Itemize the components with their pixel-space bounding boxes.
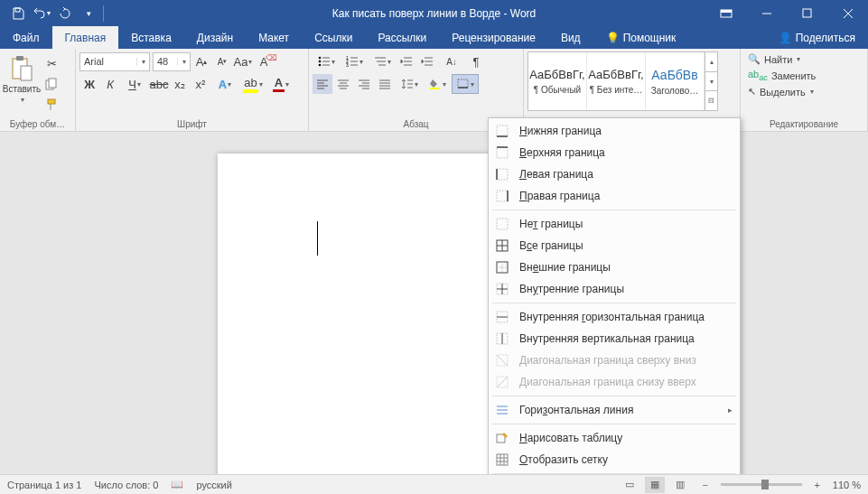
status-language[interactable]: русский bbox=[196, 480, 231, 490]
style-heading1[interactable]: АаБбВвЗаголово… bbox=[646, 52, 705, 110]
menu-border-left[interactable]: Левая граница bbox=[489, 163, 740, 185]
superscript-button[interactable]: x² bbox=[191, 74, 210, 94]
tab-view[interactable]: Вид bbox=[548, 26, 593, 49]
menu-horizontal-line[interactable]: Горизонтальная линия▸ bbox=[489, 399, 740, 421]
menu-border-right[interactable]: Правая граница bbox=[489, 185, 740, 207]
status-proofing-icon[interactable]: 📖 bbox=[171, 479, 183, 490]
share-button[interactable]: 👤Поделиться bbox=[766, 26, 868, 49]
replace-button[interactable]: abacЗаменить bbox=[744, 67, 819, 84]
numbering-button[interactable]: 123▾ bbox=[341, 51, 368, 71]
menu-border-inside-v[interactable]: Внутренняя вертикальная граница bbox=[489, 328, 740, 350]
menu-border-all[interactable]: Все границы bbox=[489, 235, 740, 256]
align-left-button[interactable] bbox=[313, 74, 332, 94]
italic-button[interactable]: К bbox=[100, 74, 120, 94]
tab-mailings[interactable]: Рассылки bbox=[365, 26, 439, 49]
ribbon-tabs: Файл Главная Вставка Дизайн Макет Ссылки… bbox=[0, 26, 868, 49]
zoom-value[interactable]: 110 % bbox=[833, 480, 861, 490]
cut-button[interactable]: ✂ bbox=[42, 53, 61, 73]
tab-layout[interactable]: Макет bbox=[246, 26, 302, 49]
style-normal[interactable]: АаБбВвГг,¶ Обычный bbox=[528, 52, 587, 110]
zoom-out-button[interactable]: − bbox=[695, 477, 715, 493]
find-button[interactable]: 🔍Найти▾ bbox=[744, 51, 804, 67]
tab-insert[interactable]: Вставка bbox=[118, 26, 184, 49]
status-page[interactable]: Страница 1 из 1 bbox=[7, 480, 81, 490]
shading-button[interactable]: ▾ bbox=[424, 74, 451, 94]
gallery-scroll: ▴ ▾ ⊟ bbox=[705, 52, 717, 110]
gallery-more[interactable]: ⊟ bbox=[705, 91, 717, 110]
tab-assistant[interactable]: 💡Помощник bbox=[593, 26, 689, 49]
borders-button[interactable]: ▾ bbox=[452, 74, 479, 94]
zoom-in-button[interactable]: + bbox=[807, 477, 827, 493]
border-inside-h-icon bbox=[494, 309, 510, 325]
change-case-button[interactable]: Aa▾ bbox=[233, 51, 253, 71]
grow-font-button[interactable]: A▴ bbox=[191, 51, 211, 71]
tab-home[interactable]: Главная bbox=[52, 26, 119, 49]
shrink-font-button[interactable]: A▾ bbox=[212, 51, 232, 71]
tab-file[interactable]: Файл bbox=[0, 26, 52, 49]
show-marks-button[interactable]: ¶ bbox=[466, 51, 486, 71]
menu-draw-table[interactable]: Нарисовать таблицу bbox=[489, 427, 740, 449]
ribbon-options-button[interactable] bbox=[705, 0, 746, 26]
view-read-button[interactable]: ▭ bbox=[620, 477, 639, 493]
menu-border-inside-h[interactable]: Внутренняя горизонтальная граница bbox=[489, 306, 740, 328]
increase-indent-button[interactable] bbox=[417, 51, 437, 71]
highlight-button[interactable]: ab▾ bbox=[239, 74, 266, 94]
menu-border-inside[interactable]: Внутренние границы bbox=[489, 278, 740, 300]
sort-button[interactable]: A↓ bbox=[438, 51, 465, 71]
undo-button[interactable]: ▾ bbox=[31, 3, 52, 24]
status-word-count[interactable]: Число слов: 0 bbox=[94, 480, 158, 490]
menu-border-top[interactable]: Верхняя граница bbox=[489, 142, 740, 163]
paste-button[interactable]: Вставить ▾ bbox=[4, 51, 40, 104]
justify-button[interactable] bbox=[375, 74, 395, 94]
maximize-button[interactable] bbox=[787, 0, 827, 26]
align-right-button[interactable] bbox=[354, 74, 374, 94]
menu-border-none[interactable]: Нет границы bbox=[489, 213, 740, 235]
pointer-icon: ↖ bbox=[748, 86, 756, 98]
copy-button[interactable] bbox=[42, 74, 61, 94]
style-nospacing[interactable]: АаБбВвГг,¶ Без инте… bbox=[587, 52, 646, 110]
bold-button[interactable]: Ж bbox=[79, 74, 99, 94]
gallery-down[interactable]: ▾ bbox=[705, 72, 717, 92]
strikethrough-button[interactable]: abc bbox=[149, 74, 169, 94]
minimize-button[interactable] bbox=[746, 0, 787, 26]
align-center-button[interactable] bbox=[333, 74, 353, 94]
menu-border-bottom[interactable]: Нижняя граница bbox=[489, 120, 740, 142]
qat-customize-button[interactable]: ▾ bbox=[78, 3, 99, 24]
clear-formatting-button[interactable]: A⌫ bbox=[254, 51, 274, 71]
tab-design[interactable]: Дизайн bbox=[184, 26, 246, 49]
view-print-button[interactable]: ▦ bbox=[645, 477, 665, 493]
zoom-thumb[interactable] bbox=[761, 480, 769, 489]
group-clipboard: Вставить ▾ ✂ Буфер обм… bbox=[0, 49, 76, 131]
svg-rect-6 bbox=[21, 66, 32, 80]
tab-review[interactable]: Рецензирование bbox=[439, 26, 548, 49]
search-icon: 🔍 bbox=[748, 53, 761, 65]
borders-dropdown-menu: Нижняя граница Верхняя граница Левая гра… bbox=[488, 117, 741, 494]
format-painter-button[interactable] bbox=[42, 95, 61, 115]
svg-rect-9 bbox=[48, 99, 55, 104]
subscript-button[interactable]: x₂ bbox=[170, 74, 190, 94]
bullets-button[interactable]: ▾ bbox=[313, 51, 340, 71]
multilevel-list-button[interactable]: ▾ bbox=[369, 51, 396, 71]
redo-button[interactable] bbox=[54, 3, 76, 24]
menu-view-gridlines[interactable]: Отобразить сетку bbox=[489, 449, 740, 471]
underline-button[interactable]: Ч▾ bbox=[121, 74, 148, 94]
gallery-up[interactable]: ▴ bbox=[705, 52, 717, 72]
decrease-indent-button[interactable] bbox=[397, 51, 416, 71]
styles-gallery[interactable]: АаБбВвГг,¶ Обычный АаБбВвГг,¶ Без инте… … bbox=[527, 51, 718, 111]
share-label: Поделиться bbox=[796, 32, 855, 44]
tab-references[interactable]: Ссылки bbox=[302, 26, 365, 49]
line-spacing-button[interactable]: ▾ bbox=[396, 74, 423, 94]
view-web-button[interactable]: ▥ bbox=[670, 477, 690, 493]
text-effects-button[interactable]: A▾ bbox=[211, 74, 238, 94]
font-name-combo[interactable]: Arial▾ bbox=[79, 52, 150, 71]
group-editing-label: Редактирование bbox=[744, 117, 863, 131]
menu-border-outside[interactable]: Внешние границы bbox=[489, 256, 740, 278]
close-button[interactable] bbox=[827, 0, 868, 26]
zoom-slider[interactable] bbox=[721, 483, 802, 486]
select-button[interactable]: ↖Выделить▾ bbox=[744, 84, 817, 99]
font-color-button[interactable]: A▾ bbox=[267, 74, 294, 94]
font-size-combo[interactable]: 48▾ bbox=[153, 52, 191, 71]
save-button[interactable] bbox=[7, 3, 29, 24]
svg-point-10 bbox=[318, 57, 321, 60]
window-controls bbox=[705, 0, 868, 26]
